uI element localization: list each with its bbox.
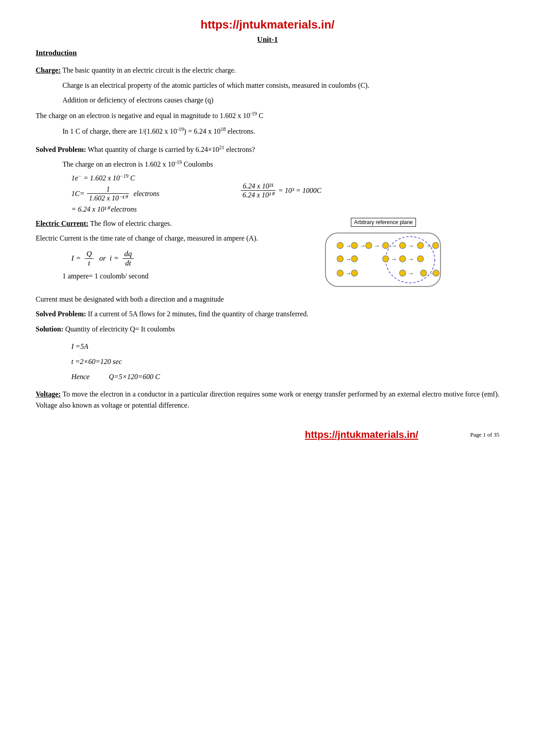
direction-note: Current must be designated with both a d… bbox=[36, 294, 499, 305]
solved2-label: Solved Problem: bbox=[36, 310, 86, 318]
page-number: Page 1 of 35 bbox=[470, 431, 499, 438]
svg-text:→: → bbox=[408, 270, 414, 277]
svg-text:→: → bbox=[408, 242, 414, 249]
svg-text:→: → bbox=[426, 242, 432, 249]
svg-point-20 bbox=[399, 256, 406, 262]
electric-current-section: Electric Current: The flow of electric c… bbox=[36, 218, 499, 291]
ampere-note: 1 ampere= 1 coulomb/ second bbox=[62, 270, 259, 282]
svg-text:→: → bbox=[391, 242, 397, 249]
current-formula: I = Q t or i = dq dt bbox=[71, 249, 259, 268]
electric-current-text: Electric Current: The flow of electric c… bbox=[36, 218, 259, 286]
svg-point-10 bbox=[399, 242, 406, 249]
diagram-area: Arbitrary reference plane → → → → bbox=[268, 218, 499, 291]
charge-def1: Charge: The basic quantity in an electri… bbox=[36, 65, 499, 76]
svg-point-2 bbox=[337, 242, 343, 249]
charge-def2: Charge is an electrical property of the … bbox=[62, 80, 499, 91]
svg-point-25 bbox=[351, 270, 358, 276]
arbitrary-label: Arbitrary reference plane bbox=[351, 218, 416, 227]
math-line1: 1e− = 1.602 x 10−19 C bbox=[71, 173, 223, 182]
solution-line3: Hence Q=5×120=600 C bbox=[71, 370, 499, 384]
introduction-heading: Introduction bbox=[36, 49, 499, 61]
solution-label: Solution: bbox=[36, 325, 63, 333]
svg-text:→: → bbox=[346, 242, 351, 249]
voltage-label: Voltage: bbox=[36, 390, 61, 398]
charge-def1-text: The basic quantity in an electric circui… bbox=[62, 66, 236, 74]
solution-math: I =5A t =2×60=120 sec Hence Q=5×120=600 … bbox=[71, 339, 499, 384]
svg-point-15 bbox=[337, 256, 343, 262]
svg-point-4 bbox=[351, 242, 358, 249]
svg-point-18 bbox=[383, 256, 389, 262]
page-header: https://jntukmaterials.in/ bbox=[36, 18, 499, 32]
diagram-svg: → → → → → → → → bbox=[323, 229, 444, 291]
svg-text:→: → bbox=[408, 256, 414, 262]
unit-title: Unit-1 bbox=[36, 35, 499, 44]
footer-url[interactable]: https://jntukmaterials.in/ bbox=[253, 429, 470, 441]
svg-point-12 bbox=[417, 242, 424, 249]
charge-def3: Addition or deficiency of electrons caus… bbox=[62, 94, 499, 106]
math-line2: 1C = 1 1.602 x 10⁻¹⁹ electrons bbox=[71, 185, 223, 202]
circuit-diagram: → → → → → → → → bbox=[323, 229, 444, 291]
svg-point-17 bbox=[351, 256, 358, 262]
svg-point-23 bbox=[337, 270, 343, 276]
charge-def5: In 1 C of charge, there are 1/(1.602 x 1… bbox=[62, 125, 499, 137]
svg-text:→: → bbox=[346, 256, 351, 262]
svg-point-22 bbox=[417, 256, 424, 262]
svg-point-14 bbox=[432, 242, 439, 249]
math-line3: = 6.24 x 10¹⁸ electrons bbox=[71, 205, 223, 213]
solved-problem-2: Solved Problem: If a current of 5A flows… bbox=[36, 308, 499, 320]
svg-text:→: → bbox=[360, 242, 366, 249]
svg-point-6 bbox=[366, 242, 372, 249]
electric-current-def2: Electric Current is the time rate of cha… bbox=[36, 233, 259, 244]
charge-label: Charge: bbox=[36, 66, 61, 74]
svg-point-26 bbox=[399, 270, 406, 276]
header-url[interactable]: https://jntukmaterials.in/ bbox=[201, 18, 335, 31]
section-heading: Introduction bbox=[36, 49, 77, 57]
math-left: 1e− = 1.602 x 10−19 C 1C = 1 1.602 x 10⁻… bbox=[71, 173, 223, 214]
math-block-1: 1e− = 1.602 x 10−19 C 1C = 1 1.602 x 10⁻… bbox=[36, 173, 499, 214]
svg-text:→: → bbox=[391, 256, 397, 262]
solution-line1: I =5A bbox=[71, 339, 499, 354]
solution-block: Solution: Quantity of electricity Q= It … bbox=[36, 323, 499, 335]
svg-point-30 bbox=[433, 270, 439, 276]
page-footer: https://jntukmaterials.in/ Page 1 of 35 bbox=[36, 429, 499, 441]
solved1-label: Solved Problem: bbox=[36, 146, 86, 153]
charge-def4: The charge on an electron is negative an… bbox=[36, 110, 499, 122]
solved-problem-1: Solved Problem: What quantity of charge … bbox=[36, 143, 499, 155]
svg-text:→: → bbox=[374, 242, 380, 249]
svg-point-28 bbox=[420, 270, 427, 276]
solved1-answer-text: The charge on an electron is 1.602 x 10-… bbox=[62, 158, 499, 170]
electric-current-def1: Electric Current: The flow of electric c… bbox=[36, 218, 259, 229]
solution-line2: t =2×60=120 sec bbox=[71, 355, 499, 369]
svg-text:→: → bbox=[346, 270, 351, 277]
voltage-section: Voltage: To move the electron in a condu… bbox=[36, 388, 499, 411]
svg-point-8 bbox=[383, 242, 389, 249]
ec-label: Electric Current: bbox=[36, 220, 88, 227]
math-right: 6.24 x 10²¹ 6.24 x 10¹⁸ = 10³ = 1000C bbox=[241, 173, 499, 199]
